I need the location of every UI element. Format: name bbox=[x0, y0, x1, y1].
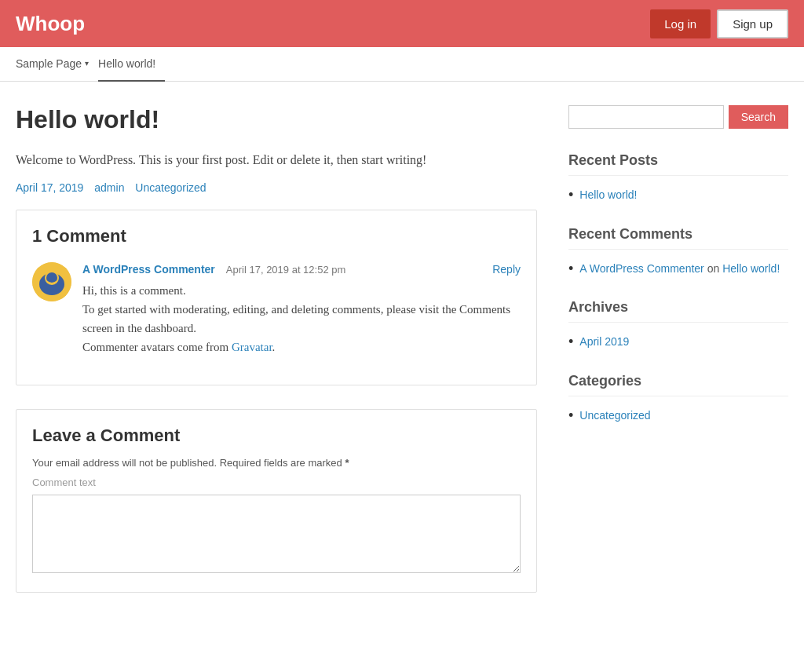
comment-line3: Commenter avatars come from Gravatar. bbox=[82, 338, 521, 356]
comment-notice-text: Your email address will not be published… bbox=[32, 457, 345, 469]
post-category-link[interactable]: Uncategorized bbox=[135, 181, 206, 194]
category-link[interactable]: Uncategorized bbox=[579, 407, 650, 424]
post-title: Hello world! bbox=[16, 105, 537, 134]
commented-post-link[interactable]: Hello world! bbox=[722, 262, 780, 275]
comment-label: Comment text bbox=[32, 477, 521, 488]
avatar-image bbox=[32, 262, 71, 301]
list-item: Uncategorized bbox=[568, 407, 788, 425]
comment-meta: A WordPress Commenter April 17, 2019 at … bbox=[82, 262, 345, 276]
site-header: Whoop Log in Sign up bbox=[0, 0, 804, 47]
comments-section: 1 Comment A WordPress bbox=[16, 210, 537, 385]
nav-item-label: Hello world! bbox=[98, 57, 155, 70]
comment-text: Hi, this is a comment. To get started wi… bbox=[82, 281, 521, 356]
gravatar-link[interactable]: Gravatar bbox=[232, 341, 272, 353]
comment-date: April 17, 2019 at 12:52 pm bbox=[226, 264, 346, 276]
post-author-link[interactable]: admin bbox=[94, 181, 124, 194]
sidebar: Search Recent Posts Hello world! Recent … bbox=[568, 105, 788, 593]
comment-gravatar-suffix: . bbox=[272, 341, 276, 353]
archive-link[interactable]: April 2019 bbox=[579, 334, 629, 350]
comment-body: A WordPress Commenter April 17, 2019 at … bbox=[82, 262, 521, 356]
comment-line1: Hi, this is a comment. bbox=[82, 281, 521, 300]
recent-comments-list: A WordPress Commenter on Hello world! bbox=[568, 261, 788, 278]
comments-title: 1 Comment bbox=[32, 226, 521, 247]
nav-item-label: Sample Page bbox=[16, 57, 82, 70]
comment-author-link[interactable]: A WordPress Commenter bbox=[82, 263, 215, 276]
archives-widget: Archives April 2019 bbox=[568, 299, 788, 351]
categories-title: Categories bbox=[568, 373, 788, 396]
post-date: April 17, 2019 bbox=[16, 181, 83, 194]
post-meta: April 17, 2019 admin Uncategorized bbox=[16, 181, 537, 194]
categories-list: Uncategorized bbox=[568, 407, 788, 425]
avatar bbox=[32, 262, 71, 301]
recent-posts-title: Recent Posts bbox=[568, 152, 788, 176]
recent-posts-list: Hello world! bbox=[568, 187, 788, 204]
required-marker: * bbox=[345, 457, 349, 469]
post-body: Welcome to WordPress. This is your first… bbox=[16, 150, 537, 170]
comment-item: A WordPress Commenter April 17, 2019 at … bbox=[32, 262, 521, 369]
signup-button[interactable]: Sign up bbox=[717, 9, 788, 38]
comment-header: A WordPress Commenter April 17, 2019 at … bbox=[82, 262, 521, 276]
archives-list: April 2019 bbox=[568, 334, 788, 351]
comment-line2: To get started with moderating, editing,… bbox=[82, 300, 521, 338]
list-item: A WordPress Commenter on Hello world! bbox=[568, 261, 788, 278]
leave-comment-title: Leave a Comment bbox=[32, 425, 521, 446]
search-widget: Search bbox=[568, 105, 788, 129]
recent-posts-widget: Recent Posts Hello world! bbox=[568, 152, 788, 204]
commenter-link[interactable]: A WordPress Commenter bbox=[579, 262, 704, 275]
list-item: April 2019 bbox=[568, 334, 788, 351]
main-content: Hello world! Welcome to WordPress. This … bbox=[16, 105, 537, 593]
leave-comment-section: Leave a Comment Your email address will … bbox=[16, 409, 537, 593]
search-button[interactable]: Search bbox=[729, 105, 788, 129]
search-input[interactable] bbox=[568, 105, 724, 129]
recent-post-link[interactable]: Hello world! bbox=[579, 187, 637, 203]
header-buttons: Log in Sign up bbox=[650, 9, 788, 38]
archives-title: Archives bbox=[568, 299, 788, 323]
comment-connector: on bbox=[707, 262, 722, 275]
comment-entry: A WordPress Commenter on Hello world! bbox=[579, 261, 780, 277]
list-item: Hello world! bbox=[568, 187, 788, 204]
nav-item-sample-page[interactable]: Sample Page ▾ bbox=[16, 47, 98, 82]
recent-comments-title: Recent Comments bbox=[568, 226, 788, 250]
chevron-down-icon: ▾ bbox=[85, 59, 89, 68]
site-title: Whoop bbox=[16, 12, 85, 36]
page-wrapper: Hello world! Welcome to WordPress. This … bbox=[0, 82, 804, 616]
comment-gravatar-prefix: Commenter avatars come from bbox=[82, 341, 232, 353]
login-button[interactable]: Log in bbox=[650, 9, 711, 38]
site-nav: Sample Page ▾ Hello world! bbox=[0, 47, 804, 82]
categories-widget: Categories Uncategorized bbox=[568, 373, 788, 425]
recent-comments-widget: Recent Comments A WordPress Commenter on… bbox=[568, 226, 788, 278]
nav-item-hello-world[interactable]: Hello world! bbox=[98, 47, 165, 82]
comment-notice: Your email address will not be published… bbox=[32, 457, 521, 469]
reply-link[interactable]: Reply bbox=[492, 263, 521, 276]
comment-textarea[interactable] bbox=[32, 495, 521, 573]
